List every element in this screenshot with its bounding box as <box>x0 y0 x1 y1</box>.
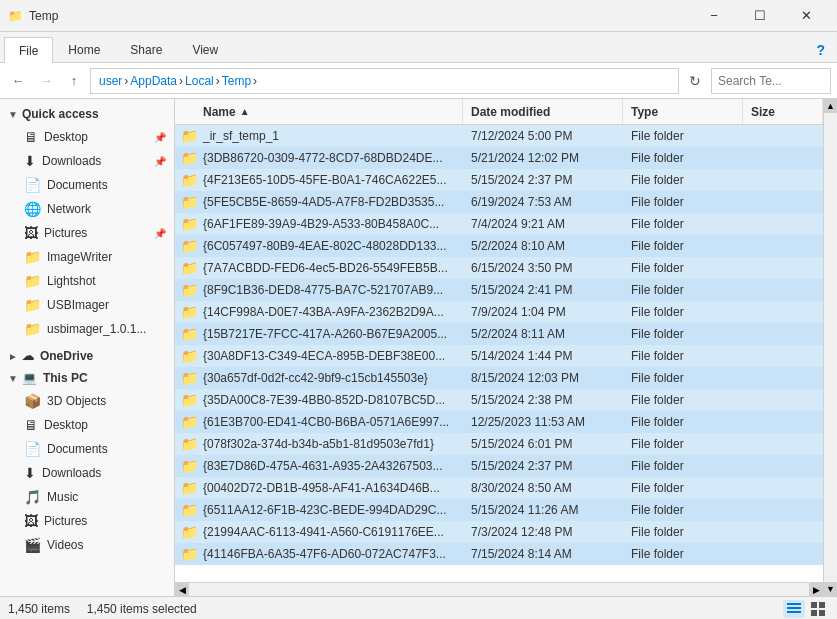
table-row[interactable]: 📁 {00402D72-DB1B-4958-AF41-A1634D46B... … <box>175 477 823 499</box>
table-row[interactable]: 📁 {14CF998A-D0E7-43BA-A9FA-2362B2D9A... … <box>175 301 823 323</box>
sidebar-item-label: Network <box>47 202 91 216</box>
table-row[interactable]: 📁 {6511AA12-6F1B-423C-BEDE-994DAD29C... … <box>175 499 823 521</box>
back-button[interactable]: ← <box>6 69 30 93</box>
table-row[interactable]: 📁 {15B7217E-7FCC-417A-A260-B67E9A2005...… <box>175 323 823 345</box>
file-modified: 6/19/2024 7:53 AM <box>463 195 623 209</box>
table-row[interactable]: 📁 {41146FBA-6A35-47F6-AD60-072AC747F3...… <box>175 543 823 565</box>
maximize-button[interactable]: ☐ <box>737 0 783 32</box>
table-row[interactable]: 📁 {6AF1FE89-39A9-4B29-A533-80B458A0C... … <box>175 213 823 235</box>
title-bar: 📁 Temp − ☐ ✕ <box>0 0 837 32</box>
chevron-down-icon: ▼ <box>8 373 18 384</box>
sidebar-item-label: usbimager_1.0.1... <box>47 322 146 336</box>
table-row[interactable]: 📁 {7A7ACBDD-FED6-4ec5-BD26-5549FEB5B... … <box>175 257 823 279</box>
minimize-button[interactable]: − <box>691 0 737 32</box>
file-type: File folder <box>623 437 743 451</box>
file-name: {7A7ACBDD-FED6-4ec5-BD26-5549FEB5B... <box>199 261 463 275</box>
file-modified: 7/15/2024 8:14 AM <box>463 547 623 561</box>
table-row[interactable]: 📁 {8F9C1B36-DED8-4775-BA7C-521707AB9... … <box>175 279 823 301</box>
folder-icon: 📁 <box>179 414 199 430</box>
col-header-type[interactable]: Type <box>623 99 743 124</box>
sidebar-item-music[interactable]: 🎵 Music <box>0 485 174 509</box>
sidebar-item-pictures-quick[interactable]: 🖼 Pictures 📌 <box>0 221 174 245</box>
sidebar-item-documents-pc[interactable]: 📄 Documents <box>0 437 174 461</box>
table-row[interactable]: 📁 {6C057497-80B9-4EAE-802C-48028DD133...… <box>175 235 823 257</box>
search-input[interactable] <box>718 74 837 88</box>
sidebar-section-this-pc[interactable]: ▼ 💻 This PC <box>0 367 174 389</box>
file-modified: 5/2/2024 8:10 AM <box>463 239 623 253</box>
table-row[interactable]: 📁 {4F213E65-10D5-45FE-B0A1-746CA622E5...… <box>175 169 823 191</box>
scroll-down-btn[interactable]: ▼ <box>824 582 838 596</box>
file-type: File folder <box>623 239 743 253</box>
sidebar-item-label: USBImager <box>47 298 109 312</box>
horizontal-scrollbar[interactable]: ◀ ▶ <box>175 582 823 596</box>
col-header-name[interactable]: Name ▲ <box>195 99 463 124</box>
table-row[interactable]: 📁 {83E7D86D-475A-4631-A935-2A43267503...… <box>175 455 823 477</box>
file-name: {6AF1FE89-39A9-4B29-A533-80B458A0C... <box>199 217 463 231</box>
help-button[interactable]: ? <box>808 38 833 62</box>
table-row[interactable]: 📁 _ir_sf_temp_1 7/12/2024 5:00 PM File f… <box>175 125 823 147</box>
details-view-btn[interactable] <box>783 600 805 618</box>
sidebar-item-imagewriter[interactable]: 📁 ImageWriter <box>0 245 174 269</box>
sidebar-section-onedrive[interactable]: ► ☁ OneDrive <box>0 345 174 367</box>
sidebar-item-pictures-pc[interactable]: 🖼 Pictures <box>0 509 174 533</box>
folder-icon: 📁 <box>179 326 199 342</box>
scroll-left-btn[interactable]: ◀ <box>175 583 189 597</box>
col-type-label: Type <box>631 105 658 119</box>
file-type: File folder <box>623 327 743 341</box>
search-box[interactable]: 🔍 <box>711 68 831 94</box>
file-modified: 7/12/2024 5:00 PM <box>463 129 623 143</box>
forward-button[interactable]: → <box>34 69 58 93</box>
col-header-modified[interactable]: Date modified <box>463 99 623 124</box>
breadcrumb-temp[interactable]: Temp <box>222 74 251 88</box>
tab-view[interactable]: View <box>177 36 233 62</box>
table-row[interactable]: 📁 {35DA00C8-7E39-4BB0-852D-D8107BC5D... … <box>175 389 823 411</box>
tab-file[interactable]: File <box>4 37 53 63</box>
sidebar-item-label: Documents <box>47 178 108 192</box>
tab-home[interactable]: Home <box>53 36 115 62</box>
file-name: _ir_sf_temp_1 <box>199 129 463 143</box>
scroll-right-btn[interactable]: ▶ <box>809 583 823 597</box>
table-row[interactable]: 📁 {21994AAC-6113-4941-A560-C6191176EE...… <box>175 521 823 543</box>
table-row[interactable]: 📁 {61E3B700-ED41-4CB0-B6BA-0571A6E997...… <box>175 411 823 433</box>
table-row[interactable]: 📁 {078f302a-374d-b34b-a5b1-81d9503e7fd1}… <box>175 433 823 455</box>
sidebar-item-documents-quick[interactable]: 📄 Documents <box>0 173 174 197</box>
desktop-icon: 🖥 <box>24 129 38 145</box>
folder-icon: 📁 <box>179 436 199 452</box>
sidebar-item-downloads-pc[interactable]: ⬇ Downloads <box>0 461 174 485</box>
breadcrumb-appdata[interactable]: AppData <box>130 74 177 88</box>
sidebar-item-downloads-quick[interactable]: ⬇ Downloads 📌 <box>0 149 174 173</box>
sidebar-section-quick-access[interactable]: ▼ Quick access <box>0 103 174 125</box>
sidebar-item-lightshot[interactable]: 📁 Lightshot <box>0 269 174 293</box>
tab-share[interactable]: Share <box>115 36 177 62</box>
table-row[interactable]: 📁 {3DB86720-0309-4772-8CD7-68DBD24DE... … <box>175 147 823 169</box>
file-modified: 5/15/2024 6:01 PM <box>463 437 623 451</box>
scroll-up-btn[interactable]: ▲ <box>824 99 838 113</box>
large-icons-view-btn[interactable] <box>807 600 829 618</box>
refresh-button[interactable]: ↻ <box>683 69 707 93</box>
sidebar-item-usbimager2[interactable]: 📁 usbimager_1.0.1... <box>0 317 174 341</box>
breadcrumb-local[interactable]: Local <box>185 74 214 88</box>
file-type: File folder <box>623 481 743 495</box>
table-row[interactable]: 📁 {5FE5CB5E-8659-4AD5-A7F8-FD2BD3535... … <box>175 191 823 213</box>
folder-icon: 📁 <box>179 348 199 364</box>
folder-icon: 📁 <box>179 458 199 474</box>
close-button[interactable]: ✕ <box>783 0 829 32</box>
table-row[interactable]: 📁 {30a657df-0d2f-cc42-9bf9-c15cb145503e}… <box>175 367 823 389</box>
file-modified: 5/14/2024 1:44 PM <box>463 349 623 363</box>
vertical-scrollbar[interactable]: ▲ ▼ <box>823 99 837 596</box>
sidebar-item-network-quick[interactable]: 🌐 Network <box>0 197 174 221</box>
sidebar-item-usbimager[interactable]: 📁 USBImager <box>0 293 174 317</box>
item-count: 1,450 items <box>8 602 70 616</box>
table-row[interactable]: 📁 {30A8DF13-C349-4ECA-895B-DEBF38E00... … <box>175 345 823 367</box>
file-type: File folder <box>623 195 743 209</box>
sidebar-item-desktop-quick[interactable]: 🖥 Desktop 📌 <box>0 125 174 149</box>
file-modified: 7/3/2024 12:48 PM <box>463 525 623 539</box>
up-button[interactable]: ↑ <box>62 69 86 93</box>
col-header-size[interactable]: Size <box>743 99 823 124</box>
sidebar-item-3d-objects[interactable]: 📦 3D Objects <box>0 389 174 413</box>
file-type: File folder <box>623 371 743 385</box>
sidebar-item-videos[interactable]: 🎬 Videos <box>0 533 174 557</box>
sidebar-item-desktop-pc[interactable]: 🖥 Desktop <box>0 413 174 437</box>
address-path[interactable]: user › AppData › Local › Temp › <box>90 68 679 94</box>
breadcrumb-user[interactable]: user <box>99 74 122 88</box>
